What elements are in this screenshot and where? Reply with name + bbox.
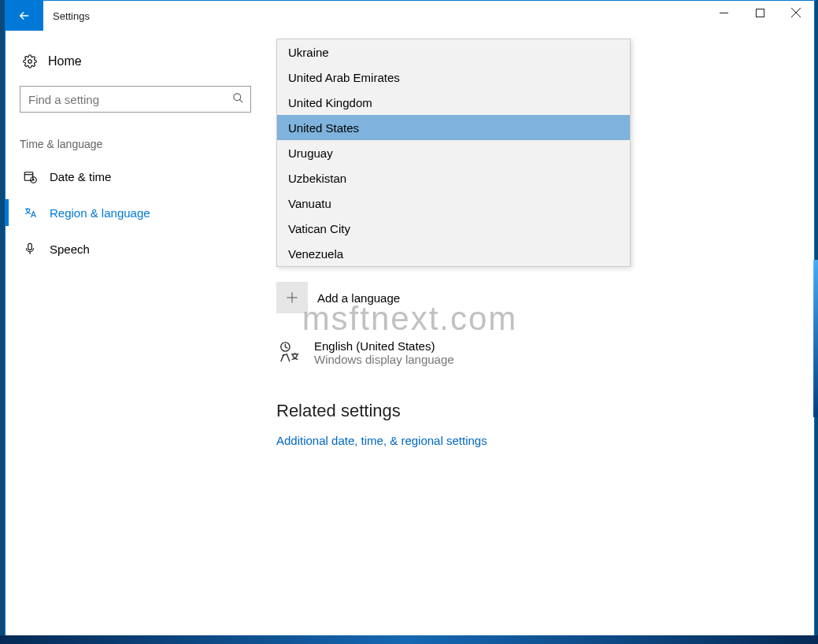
svg-point-4	[28, 60, 32, 64]
nav-item-speech[interactable]: Speech	[6, 231, 265, 267]
language-section: Add a language English (United States) W…	[276, 281, 487, 447]
minimize-button[interactable]	[705, 1, 742, 24]
close-button[interactable]	[778, 1, 814, 24]
desktop-edge-right	[813, 260, 818, 417]
language-icon	[21, 205, 39, 220]
window-body: Home Time & language Date & time	[6, 31, 814, 636]
nav-label: Speech	[50, 242, 90, 256]
microphone-icon	[21, 242, 39, 256]
add-language-label: Add a language	[317, 291, 400, 305]
country-dropdown[interactable]: Ukraine United Arab Emirates United King…	[276, 39, 631, 267]
window-controls	[705, 1, 814, 24]
arrow-left-icon	[17, 9, 31, 23]
maximize-icon	[756, 9, 764, 17]
gear-icon	[21, 54, 39, 68]
dropdown-option[interactable]: Vatican City	[277, 216, 630, 241]
additional-settings-link[interactable]: Additional date, time, & regional settin…	[276, 434, 487, 447]
search-icon	[232, 92, 244, 106]
window-title: Settings	[43, 1, 90, 31]
svg-rect-1	[756, 9, 764, 17]
language-name: English (United States)	[314, 339, 454, 353]
dropdown-option[interactable]: Vanuatu	[277, 191, 630, 216]
language-text: English (United States) Windows display …	[314, 339, 454, 366]
nav-item-region-language[interactable]: Region & language	[6, 194, 265, 231]
nav-label: Region & language	[50, 206, 150, 220]
minimize-icon	[720, 9, 728, 17]
search-container	[6, 73, 265, 113]
maximize-button[interactable]	[742, 1, 778, 24]
dropdown-option[interactable]: United Arab Emirates	[277, 65, 630, 90]
language-pack-icon	[276, 339, 303, 365]
dropdown-option[interactable]: Uzbekistan	[277, 165, 630, 191]
dropdown-option-selected[interactable]: United States	[277, 115, 630, 140]
search-box[interactable]	[20, 86, 251, 113]
svg-point-5	[234, 94, 241, 101]
add-language-button[interactable]	[276, 282, 308, 313]
svg-rect-7	[24, 172, 33, 181]
language-subtitle: Windows display language	[314, 353, 454, 366]
desktop-edge-bottom	[0, 635, 818, 644]
svg-line-6	[239, 99, 242, 102]
home-button[interactable]: Home	[6, 50, 265, 73]
related-settings-heading: Related settings	[276, 401, 487, 421]
titlebar: Settings	[6, 1, 814, 31]
content-area: Ukraine United Arab Emirates United King…	[265, 31, 814, 636]
nav-item-date-time[interactable]: Date & time	[6, 158, 265, 194]
dropdown-option[interactable]: Venezuela	[277, 241, 630, 266]
svg-rect-10	[28, 243, 32, 250]
section-heading: Time & language	[6, 113, 265, 158]
home-label: Home	[48, 54, 82, 68]
dropdown-option[interactable]: United Kingdom	[277, 90, 630, 115]
search-input[interactable]	[20, 87, 238, 112]
settings-window: Settings Home	[5, 0, 815, 637]
dropdown-option[interactable]: Ukraine	[277, 39, 630, 65]
calendar-clock-icon	[21, 169, 39, 183]
add-language-row[interactable]: Add a language	[276, 281, 487, 314]
plus-icon	[284, 290, 300, 305]
dropdown-option[interactable]: Uruguay	[277, 140, 630, 165]
nav-label: Date & time	[50, 170, 111, 183]
back-button[interactable]	[6, 1, 43, 31]
current-language-row[interactable]: English (United States) Windows display …	[276, 339, 487, 366]
close-icon	[791, 8, 801, 17]
sidebar: Home Time & language Date & time	[6, 31, 265, 636]
